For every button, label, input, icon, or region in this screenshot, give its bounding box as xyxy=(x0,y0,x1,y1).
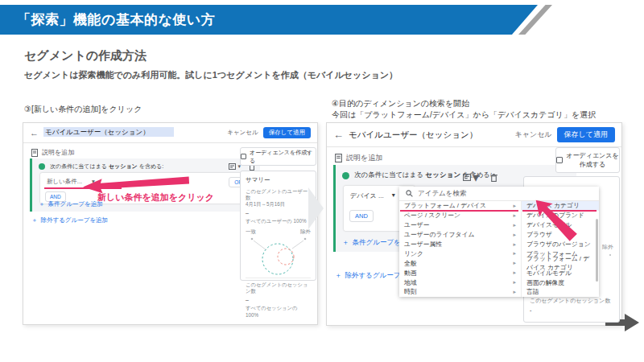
slide: 「探索」機能の基本的な使い方 セグメントの作成方法 セグメントは探索機能でのみ利… xyxy=(0,0,644,362)
menu-item-category[interactable]: 全般 ▸ xyxy=(399,258,521,268)
segment-title: モバイルユーザー（セッション） xyxy=(43,128,174,138)
summary-title: サマリー xyxy=(246,176,311,184)
menu-item-label: ユーザー属性 xyxy=(404,240,442,249)
segment-title-highlight[interactable]: モバイルユーザー（セッション） xyxy=(43,127,174,137)
add-exclude-group-link[interactable]: ＋ 除外するグループを追加 xyxy=(31,216,108,224)
between-panels-arrow xyxy=(308,187,324,229)
caret-down-icon: ▾ xyxy=(473,170,479,185)
menu-item-category[interactable]: ユーザーのライフタイム ▸ xyxy=(399,230,521,240)
add-description-label: 説明を追加 xyxy=(346,153,382,163)
menu-item-dimension[interactable]: プラットフォーム / デバイス カテゴリ xyxy=(522,258,599,268)
menu-item-dimension[interactable]: 画面の解像度 xyxy=(522,278,599,287)
include-dot-icon xyxy=(342,172,349,179)
section-title: セグメントの作成方法 xyxy=(24,48,147,64)
plus-icon: ＋ xyxy=(31,216,38,224)
menu-item-dimension[interactable]: モバイルモデル xyxy=(522,268,599,278)
menu-item-category[interactable]: リンク ▸ xyxy=(399,249,521,258)
venn-diagram xyxy=(246,236,312,276)
menu-item-label: プラットフォーム / デバイス xyxy=(404,201,486,210)
trash-icon[interactable] xyxy=(490,174,497,182)
add-condition-group-link[interactable]: ＋ 条件グループを追加 xyxy=(39,200,103,208)
audience-label: オーディエンスを作成する xyxy=(566,151,619,169)
venn-tick-dot xyxy=(609,254,611,256)
dimension-dropdown[interactable]: デバイス ... ▾ xyxy=(350,191,395,200)
menu-item-label: 動画 xyxy=(404,269,417,278)
add-description-row[interactable]: 説明を追加 xyxy=(335,153,382,163)
step-caption-right-line1: ④目的のディメンションの検索を開始 xyxy=(332,98,596,109)
section-subtitle: セグメントは探索機能でのみ利用可能。試しに1つセグメントを作成（モバイルセッショ… xyxy=(24,69,398,81)
save-apply-button[interactable]: 保存して適用 xyxy=(263,127,311,138)
audience-card[interactable]: オーディエンスを作成する xyxy=(240,147,316,166)
search-icon xyxy=(406,190,413,197)
exclude-label: 除外 xyxy=(602,243,613,251)
and-button[interactable]: AND xyxy=(349,210,374,222)
match-label: 一致 xyxy=(246,228,256,236)
checkbox-icon[interactable] xyxy=(241,154,246,159)
audience-card[interactable]: オーディエンスを作成する xyxy=(555,147,620,173)
screenshot-left: ← モバイルユーザー（セッション） キャンセル 保存して適用 説明を追加 次の条… xyxy=(23,122,318,325)
submenu-arrow-icon: ▸ xyxy=(513,289,516,295)
menu-item-category[interactable]: 時刻 ▸ xyxy=(399,287,521,297)
add-description-row[interactable]: 説明を追加 xyxy=(31,148,74,157)
scope-icon[interactable] xyxy=(463,174,471,181)
submenu-arrow-icon: ▸ xyxy=(513,232,516,238)
submenu-arrow-icon: ▸ xyxy=(513,222,516,228)
condition-row: 次の条件に当てはまる セッション を含める: ▾ xyxy=(39,162,255,171)
condition-text: 次の条件に当てはまる セッション を含める: xyxy=(50,162,163,171)
menu-item-label: 地域 xyxy=(404,278,417,287)
description-icon xyxy=(31,149,38,157)
submenu-scrollbar[interactable] xyxy=(596,219,598,282)
submenu-arrow-icon: ▸ xyxy=(513,279,516,286)
segment-title: モバイルユーザー（セッション） xyxy=(349,130,477,141)
menu-item-category[interactable]: ユーザー属性 ▸ xyxy=(399,240,521,249)
back-icon[interactable]: ← xyxy=(333,129,344,141)
submenu-arrow-icon: ▸ xyxy=(513,250,516,257)
menu-item-category[interactable]: 地域 ▸ xyxy=(399,278,521,287)
venn-legend: 一致 除外 xyxy=(246,228,311,236)
menu-item-label: ユーザーのライフタイム xyxy=(404,230,474,239)
submenu-arrow-icon: ▸ xyxy=(513,260,516,266)
menu-item-label: ページ / スクリーン xyxy=(404,211,460,220)
menu-item-label: ユーザー xyxy=(404,220,430,229)
menu-item-category[interactable]: 動画 ▸ xyxy=(399,268,521,278)
dimension-category-list: プラットフォーム / デバイス ▸ ページ / スクリーン ▸ ユーザー ▸ ユ… xyxy=(399,201,522,297)
description-icon xyxy=(335,154,342,162)
menu-item-label: 言語 xyxy=(526,287,539,296)
menu-item-category[interactable]: プラットフォーム / デバイス ▸ xyxy=(399,201,521,211)
summary-users-label: このセグメントのユーザー数4月1日～5月16日 xyxy=(246,188,311,208)
save-apply-button[interactable]: 保存して適用 xyxy=(557,127,615,142)
submenu-arrow-icon: ▸ xyxy=(513,203,516,209)
menu-item-label: 画面の解像度 xyxy=(526,278,564,287)
include-dot-icon xyxy=(39,163,45,170)
step-caption-right: ④目的のディメンションの検索を開始 今回は「プラットフォーム/デバイス」から「デ… xyxy=(332,98,596,121)
plus-icon: ＋ xyxy=(342,238,349,248)
menu-item-category[interactable]: ユーザー ▸ xyxy=(399,220,521,230)
summary-sessions-value: – xyxy=(246,297,311,302)
audience-label: オーディエンスを作成する xyxy=(250,149,316,165)
menu-item-dimension[interactable]: 言語 xyxy=(522,287,599,297)
summary-sessions-label: このセグメントのセッション数 xyxy=(246,282,311,294)
menu-item-label: 時刻 xyxy=(404,287,417,296)
summary-divider xyxy=(246,278,311,278)
condition-icons: ▾ xyxy=(463,170,497,185)
summary-sessions-pct: すべてのセッションの 100% xyxy=(246,305,311,318)
submenu-arrow-icon: ▸ xyxy=(513,212,516,219)
scope-selector[interactable]: ▾ xyxy=(229,163,241,170)
back-icon[interactable]: ← xyxy=(30,128,39,138)
search-placeholder: アイテムを検索 xyxy=(418,189,467,199)
step-caption-left: ③[新しい条件の追加]をクリック xyxy=(24,104,142,115)
menu-item-label: リンク xyxy=(404,249,423,258)
pointer-arrow xyxy=(533,197,584,249)
cancel-button[interactable]: キャンセル xyxy=(515,130,552,140)
annotation-text: 新しい条件を追加をクリック xyxy=(97,191,214,204)
submenu-arrow-icon: ▸ xyxy=(513,269,516,276)
checkbox-icon[interactable] xyxy=(556,157,563,163)
add-description-label: 説明を追加 xyxy=(42,148,74,157)
page-title: 「探索」機能の基本的な使い方 xyxy=(17,5,215,35)
exclude-label: 除外 xyxy=(300,228,311,236)
scope-icon xyxy=(229,163,236,170)
cancel-button[interactable]: キャンセル xyxy=(227,129,258,137)
menu-item-category[interactable]: ページ / スクリーン ▸ xyxy=(399,211,521,220)
caret-down-icon: ▾ xyxy=(392,191,395,200)
segment-editor-header: ← モバイルユーザー（セッション） キャンセル 保存して適用 xyxy=(23,123,317,143)
